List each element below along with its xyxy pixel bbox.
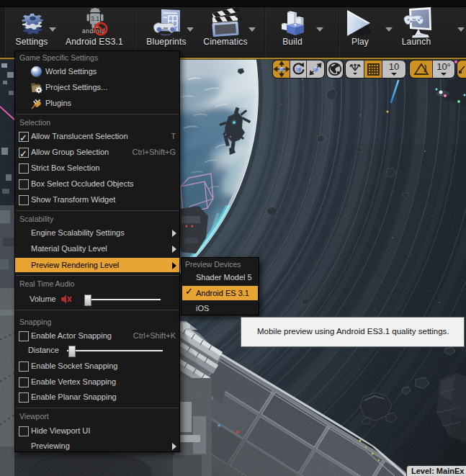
svg-text:3.1: 3.1 [91,15,99,22]
